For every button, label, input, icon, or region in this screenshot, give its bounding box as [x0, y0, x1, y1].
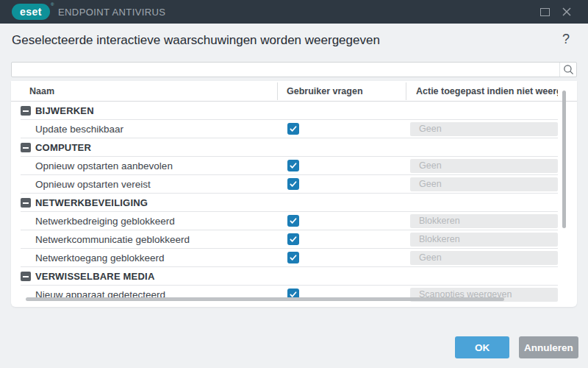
- alert-name: Netwerktoegang geblokkeerd: [35, 252, 165, 263]
- alert-name: Opnieuw opstarten vereist: [35, 179, 151, 190]
- vertical-scrollbar-thumb[interactable]: [562, 91, 566, 228]
- table-body: BIJWERKENUpdate beschikbaarGeenCOMPUTERO…: [11, 102, 577, 304]
- ask-user-checkbox[interactable]: [287, 233, 299, 245]
- group-label: BIJWERKEN: [35, 105, 94, 116]
- eset-dialog-window: eset ® ENDPOINT ANTIVIRUS Geselecteerde …: [0, 0, 588, 368]
- alert-row[interactable]: Opnieuw opstarten aanbevolenGeen: [11, 157, 577, 175]
- action-select[interactable]: Geen: [410, 177, 558, 191]
- group-row[interactable]: BIJWERKEN: [11, 102, 577, 120]
- ask-user-checkbox[interactable]: [287, 215, 299, 227]
- horizontal-scrollbar-thumb[interactable]: [26, 297, 504, 301]
- table-header-row: Naam Gebruiker vragen Actie toegepast in…: [11, 81, 577, 102]
- action-select[interactable]: Geen: [410, 251, 558, 265]
- action-select[interactable]: Geen: [410, 122, 558, 136]
- group-label: NETWERKBEVEILIGING: [35, 197, 148, 208]
- collapse-minus-icon[interactable]: [21, 198, 31, 208]
- cancel-button[interactable]: Annuleren: [519, 336, 578, 358]
- action-select[interactable]: Geen: [410, 159, 558, 173]
- alert-row[interactable]: Update beschikbaarGeen: [11, 120, 577, 138]
- ok-button[interactable]: OK: [455, 336, 509, 358]
- alert-row[interactable]: Nieuw apparaat gedetecteerdScanopties we…: [11, 286, 577, 304]
- collapse-minus-icon[interactable]: [21, 106, 31, 116]
- alert-name: Update beschikbaar: [35, 124, 123, 135]
- column-divider: [406, 82, 406, 100]
- action-select[interactable]: Blokkeren: [410, 233, 558, 247]
- column-header-gebruiker-vragen: Gebruiker vragen: [287, 86, 363, 96]
- group-row[interactable]: VERWISSELBARE MEDIA: [11, 267, 577, 286]
- ask-user-checkbox[interactable]: [287, 160, 299, 171]
- group-row[interactable]: NETWERKBEVEILIGING: [11, 194, 577, 212]
- group-label: COMPUTER: [35, 142, 91, 153]
- maximize-icon[interactable]: [540, 8, 550, 16]
- alert-name: Opnieuw opstarten aanbevolen: [35, 160, 173, 171]
- group-label: VERWISSELBARE MEDIA: [35, 271, 154, 282]
- ask-user-checkbox[interactable]: [287, 252, 299, 263]
- page-title: Geselecteerde interactieve waarschuwinge…: [12, 33, 380, 48]
- titlebar: eset ® ENDPOINT ANTIVIRUS: [0, 0, 588, 24]
- eset-logo: eset ®: [12, 4, 50, 20]
- alert-name: Netwerkcommunicatie geblokkeerd: [35, 234, 190, 245]
- eset-logo-text: eset: [20, 6, 42, 18]
- collapse-minus-icon[interactable]: [21, 272, 31, 281]
- alert-row[interactable]: Opnieuw opstarten vereistGeen: [11, 175, 577, 194]
- alert-row[interactable]: Netwerkcommunicatie geblokkeerdBlokkeren: [11, 230, 577, 249]
- ask-user-checkbox[interactable]: [287, 178, 299, 190]
- alert-name: Netwerkbedreiging geblokkeerd: [35, 216, 175, 227]
- help-icon[interactable]: ?: [562, 32, 570, 47]
- close-icon[interactable]: [562, 7, 572, 17]
- alert-row[interactable]: Netwerktoegang geblokkeerdGeen: [11, 249, 577, 267]
- registered-mark-icon: ®: [51, 2, 54, 7]
- search-icon[interactable]: [559, 63, 576, 77]
- column-header-actie: Actie toegepast indien niet weergeg: [416, 86, 558, 96]
- search-input[interactable]: [12, 63, 559, 77]
- action-select[interactable]: Blokkeren: [410, 214, 558, 228]
- search-box: [11, 62, 577, 77]
- window-controls: [540, 7, 588, 17]
- brand-title: ENDPOINT ANTIVIRUS: [58, 7, 165, 18]
- collapse-minus-icon[interactable]: [21, 143, 31, 152]
- alert-row[interactable]: Netwerkbedreiging geblokkeerdBlokkeren: [11, 212, 577, 230]
- column-header-naam: Naam: [29, 86, 54, 96]
- ask-user-checkbox[interactable]: [287, 123, 299, 135]
- group-row[interactable]: COMPUTER: [11, 138, 577, 157]
- alerts-table-panel: Naam Gebruiker vragen Actie toegepast in…: [11, 81, 577, 307]
- column-divider: [277, 82, 278, 100]
